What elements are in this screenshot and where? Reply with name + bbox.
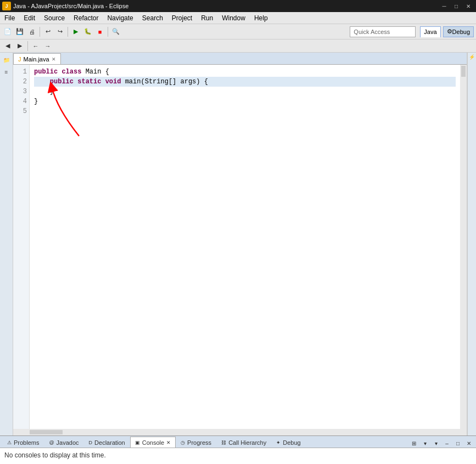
- bottom-tabs: ⚠ Problems @ Javadoc D Declaration ▣ Con…: [0, 436, 476, 448]
- code-line-2[interactable]: public static void main(String[] args) {: [34, 77, 456, 87]
- run-button[interactable]: ▶: [70, 26, 81, 37]
- maximize-panel-button[interactable]: □: [453, 439, 463, 448]
- minimize-button[interactable]: ─: [439, 2, 450, 10]
- titlebar: J Java - AJavaProject/src/Main.java - Ec…: [0, 0, 476, 12]
- toolbar: 📄 💾 🖨 ↩ ↪ ▶ 🐛 ■ 🔍 Quick Access Java ⚙ De…: [0, 24, 476, 39]
- menu-run[interactable]: Run: [197, 12, 217, 24]
- right-sidebar: ⚡: [467, 53, 476, 435]
- quick-access-input[interactable]: Quick Access: [350, 26, 416, 37]
- editor-horizontal-scrollbar[interactable]: [13, 429, 467, 435]
- left-sidebar: 📁 ≡: [0, 53, 13, 435]
- new-console-button[interactable]: ⊞: [409, 439, 419, 448]
- next-edit-button[interactable]: →: [42, 41, 53, 52]
- menu-project[interactable]: Project: [167, 12, 197, 24]
- call-hierarchy-icon: ⛓: [221, 440, 226, 445]
- tab-icon: J: [18, 56, 21, 63]
- editor-container: J Main.java ✕ 1 2 3 4 5: [13, 53, 467, 435]
- search-icon[interactable]: 🔍: [110, 26, 121, 37]
- console-message: No consoles to display at this time.: [4, 451, 106, 459]
- progress-icon: ◷: [181, 440, 185, 445]
- titlebar-controls[interactable]: ─ □ ✕: [439, 2, 474, 10]
- code-area[interactable]: public class Main { public static void m…: [30, 65, 460, 429]
- minimize-panel-button[interactable]: –: [442, 439, 452, 448]
- tab-declaration[interactable]: D Declaration: [84, 437, 130, 448]
- back-button[interactable]: ◀: [2, 41, 13, 52]
- console-icon: ▣: [135, 440, 140, 445]
- prev-edit-button[interactable]: ←: [30, 41, 41, 52]
- menu-search[interactable]: Search: [138, 12, 167, 24]
- close-button[interactable]: ✕: [463, 2, 474, 10]
- tab-close-icon[interactable]: ✕: [52, 56, 56, 62]
- tab-call-hierarchy[interactable]: ⛓ Call Hierarchy: [216, 437, 271, 448]
- tab-problems[interactable]: ⚠ Problems: [2, 437, 44, 448]
- bottom-panel: ⚠ Problems @ Javadoc D Declaration ▣ Con…: [0, 435, 476, 464]
- menu-window[interactable]: Window: [217, 12, 250, 24]
- window-title: Java - AJavaProject/src/Main.java - Ecli…: [13, 3, 128, 9]
- main-layout: 📁 ≡ J Main.java ✕ 1 2 3 4 5: [0, 53, 476, 435]
- forward-button[interactable]: ▶: [14, 41, 25, 52]
- new-button[interactable]: 📄: [2, 26, 13, 37]
- code-line-5[interactable]: }: [34, 97, 456, 106]
- tab-console[interactable]: ▣ Console ✕: [130, 437, 176, 448]
- declaration-icon: D: [89, 440, 93, 445]
- tab-debug-bottom[interactable]: ✦ Debug: [271, 437, 305, 448]
- maximize-button[interactable]: □: [451, 2, 462, 10]
- debug-bottom-icon: ✦: [276, 440, 281, 445]
- editor-tabs: J Main.java ✕: [13, 53, 467, 65]
- menubar: File Edit Source Refactor Navigate Searc…: [0, 12, 476, 24]
- editor-body[interactable]: 1 2 3 4 5 public class Main { pu: [13, 65, 467, 429]
- tab-javadoc[interactable]: @ Javadoc: [44, 437, 83, 448]
- toolbar-sep-1: [40, 27, 40, 37]
- line-num-5: 5: [13, 106, 27, 116]
- tab-label: Main.java: [24, 56, 49, 63]
- line-num-1: 1: [13, 67, 27, 77]
- toolbar2: ◀ ▶ ← →: [0, 39, 476, 53]
- main-java-tab[interactable]: J Main.java ✕: [13, 53, 61, 64]
- close-panel-button[interactable]: ✕: [464, 439, 474, 448]
- code-line-1[interactable]: public class Main {: [34, 67, 456, 77]
- hierarchy-icon[interactable]: ≡: [2, 67, 12, 77]
- debug-run-button[interactable]: 🐛: [82, 26, 93, 37]
- package-explorer-icon[interactable]: 📁: [2, 55, 12, 65]
- save-button[interactable]: 💾: [14, 26, 25, 37]
- bottom-content: No consoles to display at this time.: [0, 448, 476, 464]
- display-button[interactable]: ▾: [420, 439, 430, 448]
- redo-button[interactable]: ↪: [54, 26, 65, 37]
- toolbar-sep-2: [68, 27, 68, 37]
- javadoc-icon: @: [49, 440, 54, 445]
- menu-navigate[interactable]: Navigate: [103, 12, 137, 24]
- line-num-2: 2: [13, 77, 27, 87]
- toolbar-sep-3: [108, 27, 108, 37]
- console-tab-close[interactable]: ✕: [166, 440, 171, 445]
- debug-perspective-button[interactable]: ⚙ Debug: [443, 26, 474, 37]
- editor-vertical-scrollbar[interactable]: [460, 65, 467, 429]
- line-numbers: 1 2 3 4 5: [13, 65, 30, 429]
- toolbar2-sep-1: [27, 41, 28, 51]
- menu-help[interactable]: Help: [250, 12, 272, 24]
- line-num-3: 3: [13, 87, 27, 97]
- tab-progress[interactable]: ◷ Progress: [176, 437, 216, 448]
- panel-options-button[interactable]: ▾: [431, 439, 441, 448]
- menu-refactor[interactable]: Refactor: [69, 12, 103, 24]
- menu-file[interactable]: File: [0, 12, 19, 24]
- code-line-4[interactable]: }: [34, 87, 456, 97]
- menu-edit[interactable]: Edit: [19, 12, 40, 24]
- undo-button[interactable]: ↩: [42, 26, 53, 37]
- stop-button[interactable]: ■: [94, 26, 105, 37]
- java-perspective-button[interactable]: Java: [420, 26, 440, 37]
- line-num-4: 4: [13, 97, 27, 106]
- print-button[interactable]: 🖨: [26, 26, 37, 37]
- menu-source[interactable]: Source: [40, 12, 69, 24]
- app-icon: J: [2, 2, 11, 10]
- right-sidebar-icon-1[interactable]: ⚡: [469, 54, 475, 87]
- problems-icon: ⚠: [7, 440, 12, 445]
- perspective-buttons: Java ⚙ Debug: [420, 26, 474, 37]
